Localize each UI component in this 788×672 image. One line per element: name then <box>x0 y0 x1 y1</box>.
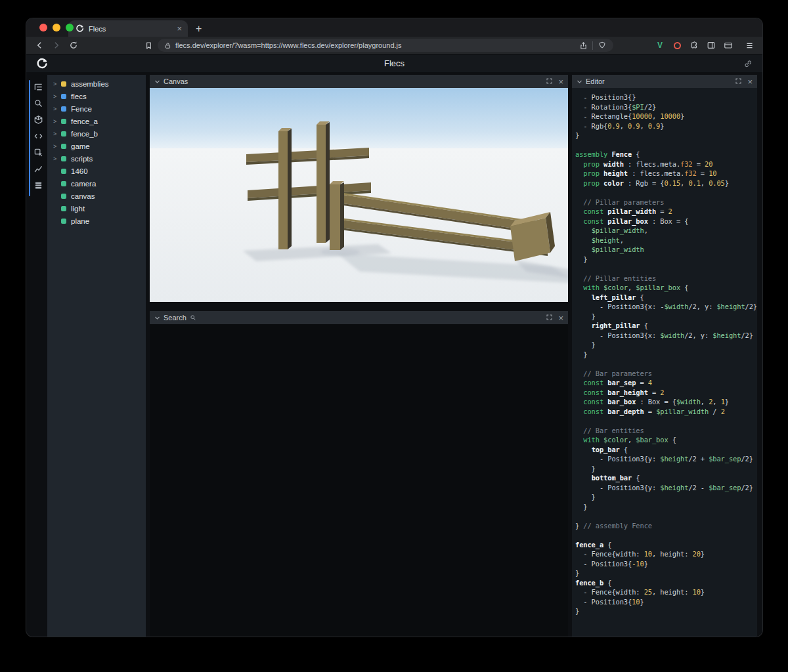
sidebar-toggle-button[interactable] <box>706 40 716 51</box>
panel-title: Search <box>164 314 186 322</box>
code-line: $pillar_width, <box>575 226 757 236</box>
tree-item-flecs[interactable]: >flecs <box>47 90 146 102</box>
tree-item-assemblies[interactable]: >assemblies <box>47 77 146 90</box>
search-panel-header: Search × <box>150 311 568 324</box>
forward-button[interactable] <box>51 40 62 51</box>
search-title-icon <box>190 312 196 324</box>
tree-item-fence_b[interactable]: >fence_b <box>47 127 146 140</box>
code-line: // Pillar parameters <box>575 198 757 207</box>
code-line: $height, <box>575 236 757 245</box>
code-line <box>575 416 757 426</box>
expand-arrow-icon[interactable]: > <box>53 106 61 112</box>
code-line: const bar_sep = 4 <box>575 378 757 388</box>
entity-color-dot <box>61 194 66 199</box>
extensions-puzzle-button[interactable] <box>689 40 699 51</box>
tree-item-Fence[interactable]: >Fence <box>47 102 146 115</box>
center-column: Canvas × <box>150 75 568 637</box>
tree-item-fence_a[interactable]: >fence_a <box>47 115 146 127</box>
entity-color-dot <box>61 131 66 136</box>
code-line: - Fence{width: 10, height: 20} <box>575 549 757 559</box>
tree-item-label: camera <box>71 180 96 188</box>
entity-tree-icon[interactable] <box>33 81 43 92</box>
expand-arrow-icon[interactable]: > <box>53 93 61 100</box>
search-icon[interactable] <box>33 98 43 108</box>
expand-arrow-icon[interactable]: > <box>53 143 61 150</box>
zoom-window-button[interactable] <box>66 24 74 32</box>
entity-color-dot <box>61 144 66 149</box>
entities-cube-icon[interactable] <box>33 114 43 125</box>
tree-item-label: 1460 <box>71 167 88 175</box>
browser-tab-flecs[interactable]: Flecs × <box>68 20 188 37</box>
address-bar-divider <box>592 41 593 50</box>
code-line: - Rectangle{10000, 10000} <box>575 112 757 121</box>
expand-panel-button[interactable] <box>735 75 742 87</box>
expand-arrow-icon[interactable]: > <box>53 81 61 87</box>
tab-strip: Flecs × + <box>26 18 762 37</box>
stats-icon[interactable] <box>33 163 43 174</box>
code-line: - Position3{y: $height/2 - $bar_sep/2} <box>575 483 757 493</box>
code-line: prop width : flecs.meta.f32 = 20 <box>575 159 757 169</box>
close-window-button[interactable] <box>39 24 47 32</box>
icon-rail <box>29 75 47 637</box>
tree-item-label: canvas <box>71 192 95 200</box>
new-tab-button[interactable]: + <box>196 24 202 34</box>
tree-item-label: assemblies <box>71 80 109 88</box>
expand-panel-button[interactable] <box>546 75 553 87</box>
shield-icon[interactable] <box>597 40 607 51</box>
canvas-panel-header: Canvas × <box>150 75 568 88</box>
tree-item-1460[interactable]: 1460 <box>47 165 146 177</box>
expand-arrow-icon[interactable]: > <box>53 156 61 162</box>
collapse-chevron-icon[interactable] <box>154 75 160 87</box>
code-line: - Position3{x: $width/2, y: $height/2} <box>575 331 757 341</box>
tree-item-scripts[interactable]: >scripts <box>47 152 146 165</box>
code-line: } // assembly Fence <box>575 521 757 531</box>
share-button[interactable] <box>578 40 588 51</box>
search-results-area[interactable] <box>150 324 568 637</box>
tree-item-game[interactable]: >game <box>47 140 146 152</box>
collapse-chevron-icon[interactable] <box>154 312 160 324</box>
code-icon[interactable] <box>33 131 43 141</box>
address-bar[interactable]: flecs.dev/explorer/?wasm=https://www.fle… <box>158 39 613 52</box>
tree-item-label: plane <box>71 217 89 225</box>
wallet-button[interactable] <box>723 40 733 51</box>
reload-button[interactable] <box>68 40 79 51</box>
extension-v-button[interactable]: V <box>655 40 665 51</box>
code-line: - Position3{x: -$width/2, y: $height/2} <box>575 302 757 312</box>
bookmark-button[interactable] <box>143 40 154 51</box>
tree-item-canvas[interactable]: canvas <box>47 190 146 202</box>
editor-column: Editor × - Position3{} - Rotation3{$PI/2… <box>572 75 757 637</box>
code-line: - Position3{10} <box>575 597 757 607</box>
close-panel-button[interactable]: × <box>558 77 563 86</box>
code-line: } <box>575 606 757 616</box>
code-line <box>575 264 757 274</box>
code-line: - Rotation3{$PI/2} <box>575 102 757 112</box>
tree-item-camera[interactable]: camera <box>47 177 146 190</box>
code-line: left_pillar { <box>575 293 757 303</box>
inspector-icon[interactable] <box>33 147 43 158</box>
tree-item-light[interactable]: light <box>47 202 146 215</box>
code-line: const pillar_width = 2 <box>575 207 757 217</box>
active-panel-indicator <box>29 80 30 196</box>
tree-item-label: fence_a <box>71 117 98 125</box>
collapse-chevron-icon[interactable] <box>577 75 582 87</box>
entity-color-dot <box>61 219 66 224</box>
commands-icon[interactable] <box>33 180 43 190</box>
menu-button[interactable] <box>744 40 755 51</box>
editor-code[interactable]: - Position3{} - Rotation3{$PI/2} - Recta… <box>572 88 757 637</box>
close-panel-button[interactable]: × <box>558 314 563 322</box>
canvas-viewport[interactable] <box>150 88 568 302</box>
close-panel-button[interactable]: × <box>747 77 753 86</box>
tree-item-plane[interactable]: plane <box>47 215 146 227</box>
minimize-window-button[interactable] <box>53 24 60 32</box>
back-button[interactable] <box>34 40 45 51</box>
code-line: fence_b { <box>575 578 757 588</box>
permalink-button[interactable] <box>743 58 753 69</box>
close-tab-icon[interactable]: × <box>177 24 182 33</box>
code-line <box>575 511 757 521</box>
expand-panel-button[interactable] <box>546 312 553 324</box>
expand-arrow-icon[interactable]: > <box>53 131 61 137</box>
code-line <box>575 530 757 540</box>
extension-record-button[interactable] <box>672 40 682 51</box>
expand-arrow-icon[interactable]: > <box>53 118 61 125</box>
code-line <box>575 140 757 150</box>
